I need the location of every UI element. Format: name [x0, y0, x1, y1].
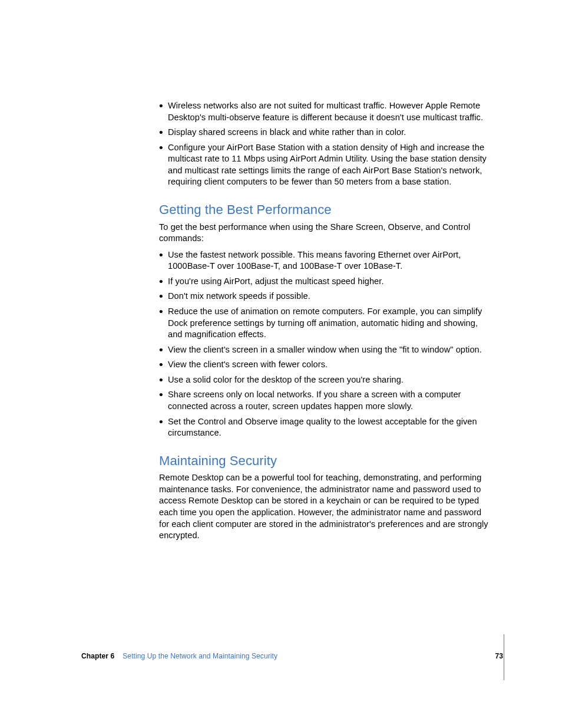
list-item: Configure your AirPort Base Station with…	[159, 142, 492, 188]
list-item: Wireless networks also are not suited fo…	[159, 100, 492, 123]
chapter-label: Chapter 6	[81, 652, 114, 660]
decorative-edge-line	[504, 634, 504, 680]
list-item: Don't mix network speeds if possible.	[159, 291, 492, 302]
chapter-title: Setting Up the Network and Maintaining S…	[123, 652, 277, 660]
list-item: Reduce the use of animation on remote co…	[159, 306, 492, 341]
list-item: Use a solid color for the desktop of the…	[159, 374, 492, 386]
heading-security: Maintaining Security	[159, 452, 492, 470]
list-item: Display shared screens in black and whit…	[159, 127, 492, 139]
list-item: If you're using AirPort, adjust the mult…	[159, 276, 492, 288]
page-number: 73	[495, 652, 503, 660]
footer-left: Chapter 6 Setting Up the Network and Mai…	[81, 652, 277, 660]
list-item: Share screens only on local networks. If…	[159, 389, 492, 412]
list-item: Use the fastest network possible. This m…	[159, 249, 492, 272]
list-item: View the client's screen in a smaller wi…	[159, 344, 492, 356]
security-body: Remote Desktop can be a powerful tool fo…	[159, 472, 492, 541]
page-content: Wireless networks also are not suited fo…	[159, 100, 492, 545]
top-bullet-list: Wireless networks also are not suited fo…	[159, 100, 492, 188]
performance-bullet-list: Use the fastest network possible. This m…	[159, 249, 492, 439]
performance-intro: To get the best performance when using t…	[159, 222, 492, 245]
list-item: View the client's screen with fewer colo…	[159, 359, 492, 371]
heading-performance: Getting the Best Performance	[159, 201, 492, 219]
list-item: Set the Control and Observe image qualit…	[159, 416, 492, 439]
page-footer: Chapter 6 Setting Up the Network and Mai…	[81, 652, 503, 660]
